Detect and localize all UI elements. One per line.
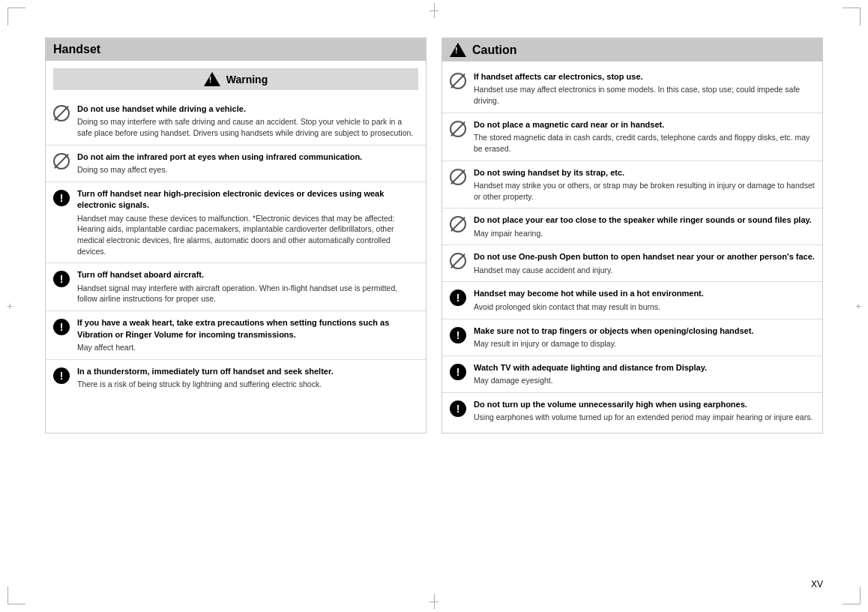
warning-header: Warning bbox=[53, 68, 418, 90]
no-symbol-icon bbox=[53, 153, 70, 170]
warning-circle-icon bbox=[450, 290, 466, 306]
list-item: Do not swing handset by its strap, etc.H… bbox=[442, 160, 822, 208]
warning-circle-icon bbox=[53, 271, 70, 287]
list-item: Do not use One-push Open button to open … bbox=[442, 244, 822, 281]
item-description: May result in injury or damage to displa… bbox=[474, 338, 815, 350]
item-text: Do not aim the infrared port at eyes whe… bbox=[77, 152, 418, 176]
item-bold: If handset affects car electronics, stop… bbox=[474, 72, 643, 81]
no-symbol-icon bbox=[450, 169, 466, 185]
item-bold: Do not swing handset by its strap, etc. bbox=[474, 168, 624, 177]
list-item: In a thunderstorm, immediately turn off … bbox=[46, 359, 426, 396]
caution-section: Caution If handset affects car electroni… bbox=[441, 38, 823, 434]
item-bold: In a thunderstorm, immediately turn off … bbox=[77, 367, 334, 376]
page-number: XV bbox=[811, 579, 823, 590]
caution-triangle-icon bbox=[450, 43, 466, 57]
item-text: Make sure not to trap fingers or objects… bbox=[474, 326, 815, 350]
item-bold: Do not use handset while driving a vehic… bbox=[77, 104, 246, 113]
item-description: Avoid prolonged skin contact that may re… bbox=[474, 302, 815, 313]
item-text: Do not swing handset by its strap, etc.H… bbox=[474, 167, 815, 202]
item-description: Using earphones with volume turned up fo… bbox=[474, 412, 815, 423]
item-text: Handset may become hot while used in a h… bbox=[474, 288, 815, 312]
list-item: Turn off handset near high-precision ele… bbox=[46, 182, 426, 263]
warning-triangle-icon bbox=[204, 72, 220, 86]
list-item: Handset may become hot while used in a h… bbox=[442, 281, 822, 318]
list-item: Turn off handset aboard aircraft.Handset… bbox=[46, 262, 426, 310]
item-bold: Turn off handset aboard aircraft. bbox=[77, 270, 204, 279]
warning-items: Do not use handset while driving a vehic… bbox=[46, 98, 426, 400]
list-item: Do not aim the infrared port at eyes whe… bbox=[46, 145, 426, 182]
item-description: Handset may cause these devices to malfu… bbox=[77, 213, 418, 257]
item-description: Handset may cause accident and injury. bbox=[474, 265, 815, 276]
item-description: Handset signal may interfere with aircra… bbox=[77, 283, 418, 304]
item-description: May impair hearing. bbox=[474, 228, 815, 239]
warning-circle-icon bbox=[450, 400, 466, 417]
list-item: Do not place your ear too close to the s… bbox=[442, 208, 822, 244]
item-text: If you have a weak heart, take extra pre… bbox=[77, 317, 418, 352]
item-text: Watch TV with adequate lighting and dist… bbox=[474, 362, 815, 386]
item-bold: Do not use One-push Open button to open … bbox=[474, 252, 815, 261]
item-description: Handset use may affect electronics in so… bbox=[474, 84, 815, 106]
item-bold: Do not place your ear too close to the s… bbox=[474, 215, 812, 224]
list-item: Do not place a magnetic card near or in … bbox=[442, 112, 822, 160]
item-text: Do not use One-push Open button to open … bbox=[474, 251, 815, 275]
no-symbol-icon bbox=[53, 105, 70, 122]
item-text: Turn off handset near high-precision ele… bbox=[77, 188, 418, 257]
caution-items: If handset affects car electronics, stop… bbox=[442, 62, 822, 433]
corner-mark-bl bbox=[7, 586, 25, 604]
list-item: Make sure not to trap fingers or objects… bbox=[442, 319, 822, 356]
item-description: May damage eyesight. bbox=[474, 375, 815, 386]
item-bold: Do not place a magnetic card near or in … bbox=[474, 120, 664, 129]
list-item: Do not use handset while driving a vehic… bbox=[46, 98, 426, 145]
item-bold: Handset may become hot while used in a h… bbox=[474, 289, 704, 298]
item-text: Do not use handset while driving a vehic… bbox=[77, 104, 418, 139]
item-description: There is a risk of being struck by light… bbox=[77, 379, 418, 390]
warning-circle-icon bbox=[53, 368, 70, 384]
caution-title: Caution bbox=[472, 44, 517, 57]
no-symbol-icon bbox=[450, 253, 466, 269]
list-item: Watch TV with adequate lighting and dist… bbox=[442, 356, 822, 392]
list-item: If handset affects car electronics, stop… bbox=[442, 65, 822, 112]
item-bold: Make sure not to trap fingers or objects… bbox=[474, 326, 753, 335]
caution-header: Caution bbox=[442, 38, 822, 62]
item-text: Do not turn up the volume unnecessarily … bbox=[474, 399, 815, 423]
no-symbol-icon bbox=[450, 73, 466, 89]
warning-circle-icon bbox=[53, 190, 70, 206]
item-bold: Do not aim the infrared port at eyes whe… bbox=[77, 152, 362, 161]
corner-mark-tl bbox=[7, 8, 25, 26]
corner-mark-tr bbox=[843, 8, 861, 26]
item-description: May affect heart. bbox=[77, 342, 418, 353]
item-bold: Turn off handset near high-precision ele… bbox=[77, 189, 384, 209]
bottom-center-mark bbox=[430, 594, 438, 609]
corner-mark-br bbox=[843, 586, 861, 604]
no-symbol-icon bbox=[450, 216, 466, 232]
no-symbol-icon bbox=[450, 121, 466, 137]
item-text: Turn off handset aboard aircraft.Handset… bbox=[77, 269, 418, 304]
item-bold: If you have a weak heart, take extra pre… bbox=[77, 318, 389, 338]
item-bold: Do not turn up the volume unnecessarily … bbox=[474, 400, 747, 409]
item-description: Doing so may affect eyes. bbox=[77, 164, 418, 176]
item-text: If handset affects car electronics, stop… bbox=[474, 71, 815, 106]
item-text: In a thunderstorm, immediately turn off … bbox=[77, 366, 418, 390]
right-side-mark bbox=[853, 301, 864, 311]
main-content: Handset Warning Do not use handset while… bbox=[45, 38, 823, 434]
item-description: The stored magnetic data in cash cards, … bbox=[474, 132, 815, 154]
item-text: Do not place your ear too close to the s… bbox=[474, 214, 815, 238]
warning-circle-icon bbox=[450, 327, 466, 344]
warning-title: Warning bbox=[226, 74, 268, 86]
list-item: If you have a weak heart, take extra pre… bbox=[46, 310, 426, 358]
handset-title: Handset bbox=[46, 38, 426, 61]
list-item: Do not turn up the volume unnecessarily … bbox=[442, 392, 822, 429]
item-text: Do not place a magnetic card near or in … bbox=[474, 119, 815, 154]
left-side-mark bbox=[4, 301, 15, 311]
warning-circle-icon bbox=[450, 364, 466, 380]
warning-circle-icon bbox=[53, 319, 70, 335]
item-bold: Watch TV with adequate lighting and dist… bbox=[474, 363, 707, 372]
handset-section: Handset Warning Do not use handset while… bbox=[45, 38, 427, 434]
item-description: Doing so may interfere with safe driving… bbox=[77, 116, 418, 138]
top-center-mark bbox=[430, 3, 438, 18]
item-description: Handset may strike you or others, or str… bbox=[474, 180, 815, 202]
